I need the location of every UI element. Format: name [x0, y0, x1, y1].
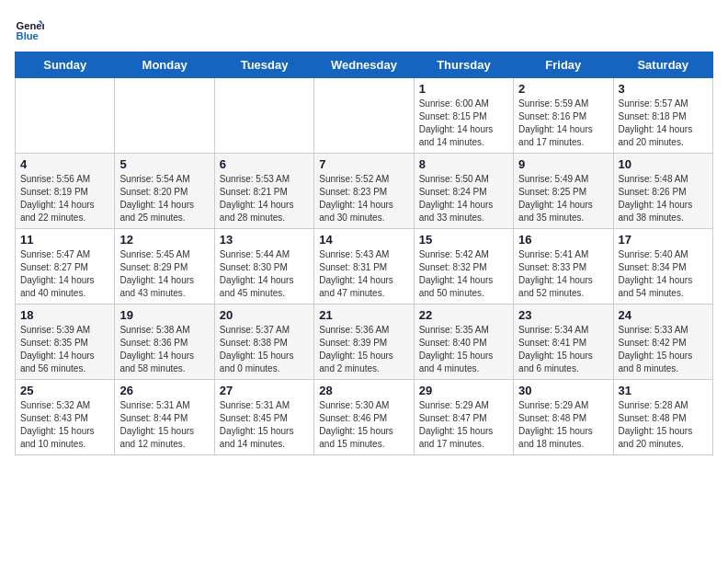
weekday-header-row: SundayMondayTuesdayWednesdayThursdayFrid…: [16, 52, 713, 78]
day-number: 2: [518, 82, 608, 96]
day-number: 30: [518, 384, 608, 397]
day-number: 17: [619, 233, 708, 247]
day-info: Sunrise: 5:30 AM Sunset: 8:46 PM Dayligh…: [319, 399, 408, 451]
day-cell: 27Sunrise: 5:31 AM Sunset: 8:45 PM Dayli…: [214, 380, 313, 455]
day-info: Sunrise: 5:47 AM Sunset: 8:27 PM Dayligh…: [20, 248, 109, 300]
day-number: 27: [220, 384, 309, 397]
day-number: 16: [518, 233, 608, 247]
day-number: 7: [319, 157, 408, 171]
day-info: Sunrise: 5:53 AM Sunset: 8:21 PM Dayligh…: [220, 173, 309, 224]
day-info: Sunrise: 5:48 AM Sunset: 8:26 PM Dayligh…: [619, 173, 708, 224]
day-cell: 28Sunrise: 5:30 AM Sunset: 8:46 PM Dayli…: [314, 380, 414, 455]
day-cell: [214, 78, 313, 154]
logo: General Blue: [15, 15, 48, 44]
week-row-4: 18Sunrise: 5:39 AM Sunset: 8:35 PM Dayli…: [16, 304, 713, 380]
day-info: Sunrise: 5:31 AM Sunset: 8:45 PM Dayligh…: [220, 399, 309, 451]
day-cell: 11Sunrise: 5:47 AM Sunset: 8:27 PM Dayli…: [16, 229, 115, 304]
week-row-5: 25Sunrise: 5:32 AM Sunset: 8:43 PM Dayli…: [16, 380, 713, 455]
day-cell: 24Sunrise: 5:33 AM Sunset: 8:42 PM Dayli…: [613, 304, 712, 380]
day-number: 6: [220, 157, 309, 171]
day-number: 8: [419, 157, 508, 171]
day-cell: 18Sunrise: 5:39 AM Sunset: 8:35 PM Dayli…: [16, 304, 115, 380]
weekday-header-thursday: Thursday: [414, 52, 513, 78]
day-info: Sunrise: 5:42 AM Sunset: 8:32 PM Dayligh…: [419, 248, 508, 300]
day-info: Sunrise: 5:59 AM Sunset: 8:16 PM Dayligh…: [518, 98, 608, 149]
day-cell: 26Sunrise: 5:31 AM Sunset: 8:44 PM Dayli…: [115, 380, 214, 455]
day-cell: 6Sunrise: 5:53 AM Sunset: 8:21 PM Daylig…: [214, 154, 313, 229]
day-number: 20: [220, 308, 309, 322]
day-cell: [16, 78, 115, 154]
day-info: Sunrise: 5:29 AM Sunset: 8:48 PM Dayligh…: [518, 399, 608, 451]
day-number: 14: [319, 233, 408, 247]
day-cell: 21Sunrise: 5:36 AM Sunset: 8:39 PM Dayli…: [314, 304, 414, 380]
day-cell: 31Sunrise: 5:28 AM Sunset: 8:48 PM Dayli…: [613, 380, 712, 455]
day-number: 3: [619, 82, 708, 96]
day-info: Sunrise: 5:35 AM Sunset: 8:40 PM Dayligh…: [419, 324, 508, 375]
day-cell: 3Sunrise: 5:57 AM Sunset: 8:18 PM Daylig…: [613, 78, 712, 154]
logo-icon: General Blue: [15, 15, 44, 44]
week-row-2: 4Sunrise: 5:56 AM Sunset: 8:19 PM Daylig…: [16, 154, 713, 229]
day-number: 19: [119, 308, 209, 322]
day-cell: 20Sunrise: 5:37 AM Sunset: 8:38 PM Dayli…: [214, 304, 313, 380]
day-info: Sunrise: 6:00 AM Sunset: 8:15 PM Dayligh…: [419, 98, 508, 149]
day-info: Sunrise: 5:44 AM Sunset: 8:30 PM Dayligh…: [220, 248, 309, 300]
day-number: 13: [220, 233, 309, 247]
day-cell: 29Sunrise: 5:29 AM Sunset: 8:47 PM Dayli…: [414, 380, 513, 455]
day-cell: [115, 78, 214, 154]
day-cell: 2Sunrise: 5:59 AM Sunset: 8:16 PM Daylig…: [514, 78, 613, 154]
weekday-header-sunday: Sunday: [16, 52, 115, 78]
day-cell: 30Sunrise: 5:29 AM Sunset: 8:48 PM Dayli…: [514, 380, 613, 455]
day-info: Sunrise: 5:56 AM Sunset: 8:19 PM Dayligh…: [20, 173, 109, 224]
day-number: 4: [20, 157, 109, 171]
day-number: 21: [319, 308, 408, 322]
day-cell: 23Sunrise: 5:34 AM Sunset: 8:41 PM Dayli…: [514, 304, 613, 380]
day-cell: 22Sunrise: 5:35 AM Sunset: 8:40 PM Dayli…: [414, 304, 513, 380]
day-number: 25: [20, 384, 109, 397]
day-number: 9: [518, 157, 608, 171]
weekday-header-wednesday: Wednesday: [314, 52, 414, 78]
day-info: Sunrise: 5:29 AM Sunset: 8:47 PM Dayligh…: [419, 399, 508, 451]
day-number: 1: [419, 82, 508, 96]
day-number: 5: [119, 157, 209, 171]
day-cell: 13Sunrise: 5:44 AM Sunset: 8:30 PM Dayli…: [214, 229, 313, 304]
day-number: 29: [419, 384, 508, 397]
day-info: Sunrise: 5:40 AM Sunset: 8:34 PM Dayligh…: [619, 248, 708, 300]
day-info: Sunrise: 5:39 AM Sunset: 8:35 PM Dayligh…: [20, 324, 109, 375]
header: General Blue: [15, 15, 713, 44]
weekday-header-monday: Monday: [115, 52, 214, 78]
day-info: Sunrise: 5:37 AM Sunset: 8:38 PM Dayligh…: [220, 324, 309, 375]
weekday-header-tuesday: Tuesday: [214, 52, 313, 78]
day-info: Sunrise: 5:36 AM Sunset: 8:39 PM Dayligh…: [319, 324, 408, 375]
day-cell: 25Sunrise: 5:32 AM Sunset: 8:43 PM Dayli…: [16, 380, 115, 455]
day-info: Sunrise: 5:43 AM Sunset: 8:31 PM Dayligh…: [319, 248, 408, 300]
day-info: Sunrise: 5:45 AM Sunset: 8:29 PM Dayligh…: [119, 248, 209, 300]
day-cell: 16Sunrise: 5:41 AM Sunset: 8:33 PM Dayli…: [514, 229, 613, 304]
day-number: 24: [619, 308, 708, 322]
day-info: Sunrise: 5:28 AM Sunset: 8:48 PM Dayligh…: [619, 399, 708, 451]
day-number: 10: [619, 157, 708, 171]
day-cell: 9Sunrise: 5:49 AM Sunset: 8:25 PM Daylig…: [514, 154, 613, 229]
day-cell: 19Sunrise: 5:38 AM Sunset: 8:36 PM Dayli…: [115, 304, 214, 380]
day-info: Sunrise: 5:32 AM Sunset: 8:43 PM Dayligh…: [20, 399, 109, 451]
day-info: Sunrise: 5:50 AM Sunset: 8:24 PM Dayligh…: [419, 173, 508, 224]
day-number: 22: [419, 308, 508, 322]
weekday-header-saturday: Saturday: [613, 52, 712, 78]
day-number: 23: [518, 308, 608, 322]
day-number: 11: [20, 233, 109, 247]
day-info: Sunrise: 5:57 AM Sunset: 8:18 PM Dayligh…: [619, 98, 708, 149]
day-cell: 12Sunrise: 5:45 AM Sunset: 8:29 PM Dayli…: [115, 229, 214, 304]
day-info: Sunrise: 5:52 AM Sunset: 8:23 PM Dayligh…: [319, 173, 408, 224]
day-number: 28: [319, 384, 408, 397]
day-cell: 8Sunrise: 5:50 AM Sunset: 8:24 PM Daylig…: [414, 154, 513, 229]
day-cell: 17Sunrise: 5:40 AM Sunset: 8:34 PM Dayli…: [613, 229, 712, 304]
day-info: Sunrise: 5:33 AM Sunset: 8:42 PM Dayligh…: [619, 324, 708, 375]
day-number: 15: [419, 233, 508, 247]
week-row-1: 1Sunrise: 6:00 AM Sunset: 8:15 PM Daylig…: [16, 78, 713, 154]
day-info: Sunrise: 5:54 AM Sunset: 8:20 PM Dayligh…: [119, 173, 209, 224]
day-cell: 15Sunrise: 5:42 AM Sunset: 8:32 PM Dayli…: [414, 229, 513, 304]
day-number: 31: [619, 384, 708, 397]
calendar: SundayMondayTuesdayWednesdayThursdayFrid…: [15, 52, 713, 455]
day-info: Sunrise: 5:34 AM Sunset: 8:41 PM Dayligh…: [518, 324, 608, 375]
day-info: Sunrise: 5:38 AM Sunset: 8:36 PM Dayligh…: [119, 324, 209, 375]
day-number: 12: [119, 233, 209, 247]
